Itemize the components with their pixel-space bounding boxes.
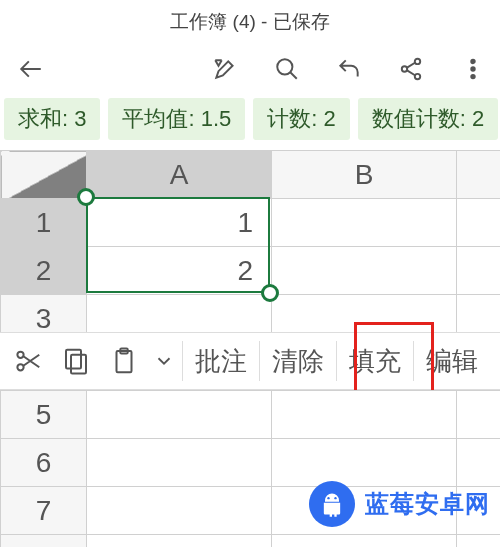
cell-c8[interactable] (457, 535, 501, 548)
cell-b1[interactable] (272, 199, 457, 247)
top-toolbar (0, 44, 500, 94)
svg-point-0 (277, 59, 292, 74)
stat-avg[interactable]: 平均值: 1.5 (108, 98, 245, 140)
cell-b5[interactable] (272, 391, 457, 439)
search-icon (274, 56, 300, 82)
divider (182, 341, 183, 381)
cell-c5[interactable] (457, 391, 501, 439)
cell-a2[interactable]: 2 (87, 247, 272, 295)
row-header-2[interactable]: 2 (1, 247, 87, 295)
cut-button[interactable] (4, 332, 52, 390)
cell-a7[interactable] (87, 487, 272, 535)
more-vertical-icon (460, 56, 486, 82)
select-all-corner[interactable] (1, 151, 87, 199)
share-button[interactable] (394, 52, 428, 86)
cell-b6[interactable] (272, 439, 457, 487)
svg-rect-9 (66, 350, 81, 369)
fill-button[interactable]: 填充 (339, 332, 411, 390)
cell-a6[interactable] (87, 439, 272, 487)
spreadsheet[interactable]: A B 1 1 2 2 3 (0, 150, 500, 343)
stat-numcount[interactable]: 数值计数: 2 (358, 98, 498, 140)
undo-icon (336, 56, 362, 82)
cell-a5[interactable] (87, 391, 272, 439)
cell-a1[interactable]: 1 (87, 199, 272, 247)
svg-point-6 (471, 75, 474, 78)
back-button[interactable] (14, 52, 48, 86)
svg-point-4 (471, 60, 474, 63)
copy-icon (61, 346, 91, 376)
watermark-text: 蓝莓安卓网 (365, 488, 490, 520)
search-button[interactable] (270, 52, 304, 86)
paste-options-dropdown[interactable] (148, 350, 180, 372)
cell-a8[interactable] (87, 535, 272, 548)
clipboard-icon (109, 346, 139, 376)
share-icon (398, 56, 424, 82)
column-header-a[interactable]: A (87, 151, 272, 199)
context-action-bar: 批注 清除 填充 编辑 (0, 332, 500, 390)
cell-b8[interactable] (272, 535, 457, 548)
chevron-down-icon (153, 350, 175, 372)
copy-button[interactable] (52, 332, 100, 390)
cell-b2[interactable] (272, 247, 457, 295)
cell-c1[interactable] (457, 199, 501, 247)
annotate-button[interactable]: 批注 (185, 332, 257, 390)
more-button[interactable] (456, 52, 490, 86)
stats-row: 求和: 3 平均值: 1.5 计数: 2 数值计数: 2 最 (0, 94, 500, 144)
svg-point-14 (334, 497, 336, 499)
row-header-5[interactable]: 5 (1, 391, 87, 439)
pen-a-icon (212, 56, 238, 82)
back-arrow-icon (18, 56, 44, 82)
divider (413, 341, 414, 381)
undo-button[interactable] (332, 52, 366, 86)
svg-point-13 (327, 497, 329, 499)
divider (336, 341, 337, 381)
row-header-8[interactable] (1, 535, 87, 548)
edit-button[interactable]: 编辑 (416, 332, 488, 390)
scissors-icon (13, 346, 43, 376)
cell-c6[interactable] (457, 439, 501, 487)
document-title: 工作簿 (4) - 已保存 (170, 9, 329, 35)
row-header-6[interactable]: 6 (1, 439, 87, 487)
clear-button[interactable]: 清除 (262, 332, 334, 390)
stat-sum[interactable]: 求和: 3 (4, 98, 100, 140)
svg-rect-10 (71, 355, 86, 374)
stat-count[interactable]: 计数: 2 (253, 98, 349, 140)
title-bar: 工作簿 (4) - 已保存 (0, 0, 500, 44)
android-icon (318, 490, 346, 518)
edit-style-button[interactable] (208, 52, 242, 86)
column-header-b[interactable]: B (272, 151, 457, 199)
column-header-c[interactable] (457, 151, 501, 199)
row-header-1[interactable]: 1 (1, 199, 87, 247)
row-header-7[interactable]: 7 (1, 487, 87, 535)
divider (259, 341, 260, 381)
cell-c2[interactable] (457, 247, 501, 295)
paste-button[interactable] (100, 332, 148, 390)
watermark-logo (309, 481, 355, 527)
svg-point-5 (471, 67, 474, 70)
watermark: 蓝莓安卓网 (309, 481, 490, 527)
